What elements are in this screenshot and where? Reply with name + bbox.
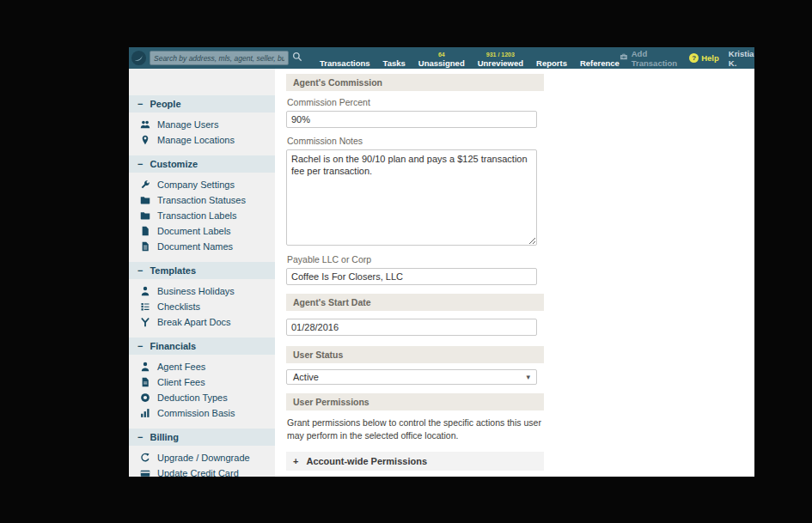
start-date-input[interactable] — [286, 319, 537, 336]
sidebar-item-document-names[interactable]: Document Names — [129, 239, 275, 254]
section-header-agents-commission: Agent's Commission — [286, 74, 544, 91]
chart-icon — [140, 408, 150, 418]
chevron-down-icon: ▾ — [526, 373, 530, 381]
nav-badge: 64 — [438, 52, 445, 58]
sidebar-item-business-holidays[interactable]: Business Holidays — [129, 283, 275, 299]
nav-item-tasks[interactable]: Tasks — [383, 47, 406, 69]
document-icon — [140, 226, 150, 236]
wrench-icon — [140, 179, 150, 190]
app-body: −PeopleManage UsersManage Locations−Cust… — [129, 69, 754, 477]
add-transaction-label: Add Transaction — [632, 49, 680, 68]
collapse-icon: − — [137, 432, 143, 442]
sidebar-item-client-fees[interactable]: Client Fees — [129, 374, 275, 390]
sidebar-section-customize[interactable]: −Customize — [129, 155, 275, 173]
location-pin-icon — [140, 135, 150, 145]
primary-nav: TransactionsTasks64Unassigned931 / 1203U… — [320, 47, 620, 69]
section-header-start-date: Agent's Start Date — [286, 294, 544, 311]
collapse-icon: − — [137, 99, 143, 109]
document-lines-icon — [140, 241, 150, 252]
settings-content: Agent's Commission Commission Percent Co… — [275, 69, 754, 477]
permissions-help-text: Grant permissions below to control the s… — [287, 417, 545, 441]
sidebar-section-templates[interactable]: −Templates — [129, 262, 275, 279]
sidebar-item-commission-basis[interactable]: Commission Basis — [129, 405, 275, 421]
sidebar-item-break-apart-docs[interactable]: Break Apart Docs — [129, 314, 275, 330]
permission-groups: +Account-wide Permissions−Austin, TX — [286, 452, 754, 477]
sidebar-item-transaction-labels[interactable]: Transaction Labels — [129, 208, 275, 223]
expand-collapse-icon: + — [293, 456, 298, 466]
permission-group-account-wide-permissions[interactable]: +Account-wide Permissions — [286, 452, 544, 471]
client-doc-icon — [140, 377, 150, 387]
sidebar-section-billing[interactable]: −Billing — [129, 429, 275, 446]
checklist-icon — [140, 301, 150, 312]
nav-item-unassigned[interactable]: 64Unassigned — [418, 47, 465, 69]
commission-notes-textarea[interactable]: Rachel is on the 90/10 plan and pays a $… — [286, 149, 537, 246]
nav-item-reports[interactable]: Reports — [536, 47, 567, 69]
folder-icon — [140, 210, 150, 221]
help-icon: ? — [689, 53, 699, 63]
search-area — [150, 51, 304, 65]
split-icon — [140, 317, 150, 327]
coin-icon — [140, 392, 150, 403]
nav-item-transactions[interactable]: Transactions — [320, 47, 370, 69]
sidebar-item-checklists[interactable]: Checklists — [129, 299, 275, 314]
section-header-user-permissions: User Permissions — [286, 393, 544, 410]
briefcase-icon — [620, 52, 628, 64]
person-icon — [140, 286, 150, 296]
user-status-select[interactable]: Active ▾ — [286, 369, 537, 385]
refresh-icon — [140, 453, 150, 463]
payable-llc-input[interactable] — [286, 268, 537, 285]
nav-item-reference[interactable]: Reference — [580, 47, 620, 69]
sidebar-item-manage-locations[interactable]: Manage Locations — [129, 132, 275, 148]
nav-item-unreviewed[interactable]: 931 / 1203Unreviewed — [478, 47, 523, 69]
app-window: TransactionsTasks64Unassigned931 / 1203U… — [129, 47, 754, 477]
commission-percent-input[interactable] — [286, 111, 537, 128]
sidebar-item-manage-users[interactable]: Manage Users — [129, 117, 275, 132]
nav-badge: 931 / 1203 — [486, 52, 515, 58]
sidebar-item-update-credit-card[interactable]: Update Credit Card — [129, 465, 275, 477]
commission-notes-label: Commission Notes — [287, 136, 754, 146]
add-transaction-button[interactable]: Add Transaction — [620, 49, 680, 68]
folder-icon — [140, 195, 150, 205]
credit-card-icon — [140, 468, 150, 477]
screenshot-stage: TransactionsTasks64Unassigned931 / 1203U… — [0, 0, 812, 523]
sidebar-item-transaction-statuses[interactable]: Transaction Statuses — [129, 192, 275, 208]
collapse-icon: − — [137, 159, 143, 169]
search-input[interactable] — [150, 51, 289, 65]
help-label: Help — [701, 53, 719, 63]
sidebar-section-financials[interactable]: −Financials — [129, 338, 275, 355]
collapse-icon: − — [137, 265, 143, 276]
topbar-right: Add Transaction ? Help Kristian K. — [620, 49, 754, 68]
sidebar-item-document-labels[interactable]: Document Labels — [129, 223, 275, 239]
payable-llc-label: Payable LLC or Corp — [287, 254, 754, 265]
user-menu[interactable]: Kristian K. — [729, 49, 754, 68]
sidebar-item-agent-fees[interactable]: Agent Fees — [129, 359, 275, 374]
settings-sidebar: −PeopleManage UsersManage Locations−Cust… — [129, 69, 275, 477]
collapse-icon: − — [137, 341, 143, 351]
commission-percent-label: Commission Percent — [287, 97, 754, 107]
sidebar-item-upgrade-downgrade[interactable]: Upgrade / Downgrade — [129, 450, 275, 465]
sidebar-item-company-settings[interactable]: Company Settings — [129, 177, 275, 192]
help-button[interactable]: ? Help — [689, 53, 719, 63]
sidebar-section-people[interactable]: −People — [129, 95, 275, 113]
user-status-value: Active — [293, 372, 319, 382]
agent-icon — [140, 362, 150, 372]
app-logo-icon[interactable] — [131, 50, 147, 66]
search-icon[interactable] — [290, 52, 304, 65]
sidebar-item-deduction-types[interactable]: Deduction Types — [129, 390, 275, 405]
users-icon — [140, 119, 150, 130]
section-header-user-status: User Status — [286, 346, 544, 363]
top-navigation-bar: TransactionsTasks64Unassigned931 / 1203U… — [129, 47, 754, 69]
